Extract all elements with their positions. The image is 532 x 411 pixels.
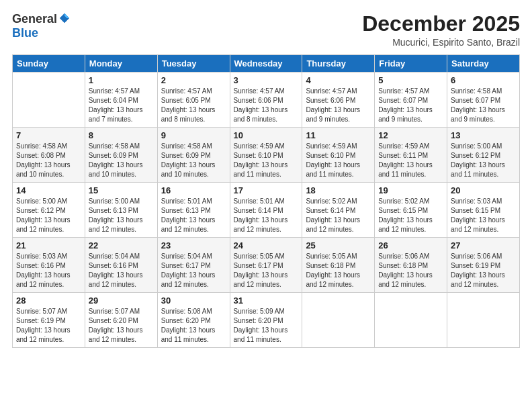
day-number: 24: [234, 240, 299, 250]
week-row-2: 7Sunrise: 4:58 AMSunset: 6:08 PMDaylight…: [13, 128, 520, 183]
cell-content-line: and 12 minutes.: [306, 225, 371, 234]
cell-content-line: Sunrise: 4:57 AM: [378, 87, 443, 96]
cell-content-line: and 11 minutes.: [306, 170, 371, 179]
cell-content-line: Daylight: 13 hours: [161, 326, 226, 335]
calendar-cell: 4Sunrise: 4:57 AMSunset: 6:06 PMDaylight…: [302, 73, 375, 128]
day-number: 20: [451, 185, 516, 195]
cell-content-line: Daylight: 13 hours: [16, 161, 81, 170]
cell-content-line: Daylight: 13 hours: [16, 271, 81, 280]
day-number: 11: [306, 130, 371, 140]
cell-content-line: and 12 minutes.: [306, 280, 371, 289]
day-header-friday: Friday: [375, 55, 447, 73]
calendar-cell: 31Sunrise: 5:09 AMSunset: 6:20 PMDayligh…: [230, 293, 302, 348]
cell-content-line: Sunset: 6:13 PM: [161, 206, 226, 216]
cell-content-line: Sunrise: 4:58 AM: [89, 142, 154, 151]
calendar-cell: 3Sunrise: 4:57 AMSunset: 6:06 PMDaylight…: [230, 73, 302, 128]
day-number: 10: [234, 130, 299, 140]
cell-content-line: Sunset: 6:20 PM: [161, 316, 226, 326]
cell-content-line: Daylight: 13 hours: [306, 216, 371, 225]
cell-content-line: Sunset: 6:06 PM: [306, 96, 371, 105]
cell-content-line: and 11 minutes.: [234, 170, 299, 179]
calendar-cell: 20Sunrise: 5:03 AMSunset: 6:15 PMDayligh…: [447, 183, 520, 238]
calendar-cell: 19Sunrise: 5:02 AMSunset: 6:15 PMDayligh…: [375, 183, 447, 238]
location: Mucurici, Espirito Santo, Brazil: [362, 37, 520, 48]
cell-content-line: Sunrise: 5:03 AM: [451, 197, 516, 206]
calendar-cell: 21Sunrise: 5:03 AMSunset: 6:16 PMDayligh…: [13, 238, 85, 293]
calendar-cell: [13, 73, 85, 128]
cell-content-line: and 12 minutes.: [451, 280, 516, 289]
cell-content-line: and 9 minutes.: [306, 115, 371, 124]
cell-content-line: Sunrise: 4:59 AM: [306, 142, 371, 151]
cell-content-line: and 11 minutes.: [161, 335, 226, 345]
cell-content-line: Sunrise: 4:57 AM: [306, 87, 371, 96]
cell-content-line: Sunrise: 5:09 AM: [234, 307, 299, 316]
cell-content-line: Sunrise: 5:07 AM: [16, 307, 81, 316]
cell-content-line: Sunset: 6:15 PM: [378, 206, 443, 216]
cell-content-line: Sunset: 6:14 PM: [234, 206, 299, 216]
logo-icon: [58, 12, 71, 24]
cell-content-line: Sunset: 6:19 PM: [16, 316, 81, 326]
day-number: 23: [161, 240, 226, 250]
cell-content-line: Daylight: 13 hours: [234, 216, 299, 225]
cell-content-line: and 8 minutes.: [234, 115, 299, 124]
calendar-cell: 30Sunrise: 5:08 AMSunset: 6:20 PMDayligh…: [157, 293, 230, 348]
month-title: December 2025: [362, 12, 520, 36]
day-number: 3: [234, 75, 299, 85]
calendar-cell: 25Sunrise: 5:05 AMSunset: 6:18 PMDayligh…: [302, 238, 375, 293]
calendar: SundayMondayTuesdayWednesdayThursdayFrid…: [12, 54, 520, 348]
cell-content-line: and 11 minutes.: [378, 170, 443, 179]
calendar-cell: 6Sunrise: 4:58 AMSunset: 6:07 PMDaylight…: [447, 73, 520, 128]
calendar-cell: [375, 293, 447, 348]
cell-content-line: Sunrise: 4:58 AM: [161, 142, 226, 151]
cell-content-line: Sunrise: 4:58 AM: [451, 87, 516, 96]
cell-content-line: Daylight: 13 hours: [306, 105, 371, 115]
calendar-cell: 1Sunrise: 4:57 AMSunset: 6:04 PMDaylight…: [85, 73, 157, 128]
cell-content-line: and 12 minutes.: [378, 225, 443, 234]
cell-content-line: and 8 minutes.: [161, 115, 226, 124]
cell-content-line: and 12 minutes.: [161, 225, 226, 234]
page: General Blue December 2025 Mucurici, Esp…: [0, 0, 532, 411]
cell-content-line: Daylight: 13 hours: [306, 271, 371, 280]
cell-content-line: Daylight: 13 hours: [89, 271, 154, 280]
cell-content-line: Daylight: 13 hours: [16, 326, 81, 335]
day-number: 28: [16, 295, 81, 306]
cell-content-line: Daylight: 13 hours: [451, 216, 516, 225]
cell-content-line: Sunrise: 4:59 AM: [234, 142, 299, 151]
calendar-cell: 9Sunrise: 4:58 AMSunset: 6:09 PMDaylight…: [157, 128, 230, 183]
week-row-1: 1Sunrise: 4:57 AMSunset: 6:04 PMDaylight…: [13, 73, 520, 128]
cell-content-line: Sunset: 6:17 PM: [161, 261, 226, 271]
cell-content-line: Sunset: 6:18 PM: [378, 261, 443, 271]
day-number: 8: [89, 130, 154, 140]
cell-content-line: and 12 minutes.: [89, 280, 154, 289]
day-number: 1: [89, 75, 154, 85]
cell-content-line: Sunrise: 5:04 AM: [89, 252, 154, 261]
cell-content-line: Sunset: 6:13 PM: [89, 206, 154, 216]
cell-content-line: Sunrise: 4:57 AM: [161, 87, 226, 96]
cell-content-line: and 12 minutes.: [234, 225, 299, 234]
cell-content-line: Sunset: 6:14 PM: [306, 206, 371, 216]
cell-content-line: Daylight: 13 hours: [378, 216, 443, 225]
day-number: 14: [16, 185, 81, 195]
cell-content-line: and 12 minutes.: [16, 335, 81, 345]
cell-content-line: Daylight: 13 hours: [451, 271, 516, 280]
cell-content-line: Sunset: 6:07 PM: [451, 96, 516, 105]
calendar-cell: 17Sunrise: 5:01 AMSunset: 6:14 PMDayligh…: [230, 183, 302, 238]
cell-content-line: Daylight: 13 hours: [378, 161, 443, 170]
day-number: 22: [89, 240, 154, 250]
cell-content-line: Sunrise: 5:02 AM: [378, 197, 443, 206]
calendar-cell: 11Sunrise: 4:59 AMSunset: 6:10 PMDayligh…: [302, 128, 375, 183]
day-number: 6: [451, 75, 516, 85]
cell-content-line: Daylight: 13 hours: [161, 161, 226, 170]
day-number: 19: [378, 185, 443, 195]
cell-content-line: Sunrise: 5:05 AM: [234, 252, 299, 261]
calendar-cell: 7Sunrise: 4:58 AMSunset: 6:08 PMDaylight…: [13, 128, 85, 183]
cell-content-line: Sunrise: 5:00 AM: [451, 142, 516, 151]
calendar-cell: 29Sunrise: 5:07 AMSunset: 6:20 PMDayligh…: [85, 293, 157, 348]
calendar-cell: 12Sunrise: 4:59 AMSunset: 6:11 PMDayligh…: [375, 128, 447, 183]
day-number: 21: [16, 240, 81, 250]
calendar-cell: 18Sunrise: 5:02 AMSunset: 6:14 PMDayligh…: [302, 183, 375, 238]
cell-content-line: Sunset: 6:10 PM: [306, 151, 371, 161]
calendar-cell: [447, 293, 520, 348]
day-number: 30: [161, 295, 226, 306]
cell-content-line: Sunset: 6:20 PM: [89, 316, 154, 326]
